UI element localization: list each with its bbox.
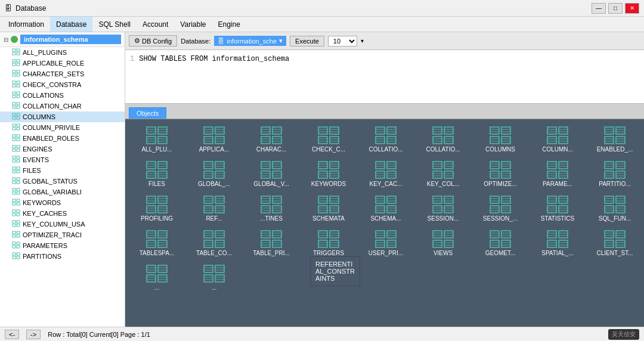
collapse-icon[interactable]: ⊟: [4, 36, 8, 43]
obj-item-25[interactable]: SCHEMATA: [302, 193, 355, 224]
obj-item-40[interactable]: SPATIAL_...: [531, 228, 584, 259]
obj-item-26[interactable]: SCHEMA...: [359, 193, 413, 224]
sidebar-item-optimizertraci[interactable]: OPTIMIZER_TRACI: [0, 230, 125, 240]
svg-rect-16: [13, 92, 16, 94]
sidebar-item-files[interactable]: FILES: [0, 165, 125, 176]
obj-item-36[interactable]: TRIGGERS: [302, 228, 355, 259]
svg-rect-9: [17, 70, 20, 73]
obj-item-4[interactable]: COLLATIO...: [359, 124, 413, 155]
obj-label-2: CHARAC...: [256, 146, 287, 153]
svg-rect-116: [318, 127, 327, 134]
svg-rect-178: [605, 137, 614, 144]
svg-rect-286: [490, 171, 499, 178]
obj-item-19[interactable]: PARTITIO...: [588, 159, 642, 190]
svg-rect-490: [204, 240, 213, 247]
sidebar-item-collationchar[interactable]: COLLATION_CHAR: [0, 101, 125, 111]
sidebar-item-keycolumnusa[interactable]: KEY_COLUMN_USA: [0, 219, 125, 230]
obj-item-5[interactable]: COLLATIO...: [416, 124, 470, 155]
svg-rect-238: [261, 171, 270, 178]
sidebar-item-columnprivile[interactable]: COLUMN_PRIVILE: [0, 122, 125, 133]
menu-database[interactable]: Database: [50, 17, 92, 32]
obj-item-22[interactable]: PROFILING: [130, 193, 184, 224]
obj-item-6[interactable]: COLUMNS: [473, 124, 527, 155]
sidebar-item-columns[interactable]: COLUMNS: [0, 111, 125, 122]
sidebar-item-keycaches[interactable]: KEY_CACHES: [0, 208, 125, 219]
svg-rect-551: [501, 240, 510, 247]
sidebar-item-applicablerole[interactable]: APPLICABLE_ROLE: [0, 58, 125, 69]
obj-item-18[interactable]: PARAME...: [531, 159, 584, 190]
tab-objects[interactable]: Objects: [129, 107, 166, 119]
obj-item-27[interactable]: SESSION...: [416, 193, 470, 224]
nav-next-button[interactable]: ->: [26, 330, 41, 339]
obj-item-2[interactable]: CHARAC...: [244, 124, 298, 155]
sidebar-item-enabledroles[interactable]: ENABLED_ROLES: [0, 133, 125, 144]
obj-item-33[interactable]: TABLESPA...: [130, 228, 184, 259]
obj-item-30[interactable]: SQL_FUN...: [588, 193, 642, 224]
obj-item-14[interactable]: KEYWORDS: [302, 159, 355, 190]
sql-query[interactable]: SHOW TABLES FROM information_schema: [139, 55, 289, 63]
sidebar-item-globalvariabli[interactable]: GLOBAL_VARIABLI: [0, 187, 125, 197]
obj-item-15[interactable]: KEY_CAC...: [359, 159, 413, 190]
maximize-button[interactable]: □: [608, 3, 623, 14]
svg-rect-59: [17, 203, 20, 205]
sidebar-item-partitions[interactable]: PARTITIONS: [0, 251, 125, 262]
obj-item-39[interactable]: GEOMET...: [473, 228, 527, 259]
db-config-button[interactable]: ⚙ DB Config: [129, 35, 177, 46]
svg-rect-47: [17, 170, 20, 173]
obj-item-0[interactable]: ALL_PLU...: [130, 124, 184, 155]
sidebar-item-charactersets[interactable]: CHARACTER_SETS: [0, 69, 125, 79]
minimize-button[interactable]: —: [592, 3, 606, 14]
sidebar-item-parameters[interactable]: PARAMETERS: [0, 240, 125, 251]
svg-rect-167: [559, 137, 568, 144]
obj-item-11[interactable]: FILES: [130, 159, 184, 190]
connection-status-dot: [11, 36, 18, 43]
sidebar-item-checkconstra[interactable]: CHECK_CONSTRA: [0, 79, 125, 90]
svg-rect-0: [13, 49, 16, 51]
sidebar-item-events[interactable]: EVENTS: [0, 154, 125, 165]
schema-name[interactable]: information_schema: [20, 35, 121, 44]
svg-rect-80: [147, 127, 156, 134]
menu-engine[interactable]: Engine: [212, 17, 246, 32]
sidebar-item-collations[interactable]: COLLATIONS: [0, 90, 125, 101]
nav-prev-button[interactable]: <-: [5, 330, 19, 339]
svg-rect-104: [261, 127, 270, 134]
sidebar-item-globalstatus[interactable]: GLOBAL_STATUS: [0, 176, 125, 187]
obj-item-1[interactable]: APPLICA...: [187, 124, 241, 155]
obj-item-38[interactable]: VIEWS: [416, 228, 470, 259]
obj-item-12[interactable]: GLOBAL_...: [187, 159, 241, 190]
obj-item-37[interactable]: USER_PRI...: [359, 228, 413, 259]
menu-account[interactable]: Account: [137, 17, 174, 32]
svg-rect-26: [13, 117, 16, 119]
svg-rect-371: [273, 206, 281, 213]
limit-select[interactable]: 10 25 50 100: [328, 36, 357, 46]
sidebar-item-keywords[interactable]: KEYWORDS: [0, 197, 125, 208]
obj-item-45[interactable]: ...: [187, 262, 241, 293]
svg-rect-574: [605, 240, 614, 247]
obj-item-34[interactable]: TABLE_CO...: [187, 228, 241, 259]
close-button[interactable]: ✕: [625, 3, 639, 14]
obj-item-13[interactable]: GLOBAL_V...: [244, 159, 298, 190]
obj-item-7[interactable]: COLUMN...: [531, 124, 584, 155]
obj-item-41[interactable]: CLIENT_ST...: [588, 228, 642, 259]
obj-item-8[interactable]: ENABLED_...: [588, 124, 642, 155]
obj-item-24[interactable]: ...TINES: [244, 193, 298, 224]
obj-item-29[interactable]: STATISTICS: [531, 193, 584, 224]
obj-label-30: SQL_FUN...: [599, 215, 631, 222]
menu-information[interactable]: Information: [2, 17, 50, 32]
obj-item-35[interactable]: TABLE_PRI...: [244, 228, 298, 259]
sidebar-item-allplugins[interactable]: ALL_PLUGINS: [0, 47, 125, 58]
database-dropdown[interactable]: 🗄 information_sche ▾: [214, 36, 286, 46]
obj-label-44: ...: [154, 284, 159, 291]
obj-item-3[interactable]: CHECK_C...: [302, 124, 355, 155]
obj-item-16[interactable]: KEY_COL...: [416, 159, 470, 190]
svg-rect-34: [13, 138, 16, 141]
sidebar-item-engines[interactable]: ENGINES: [0, 144, 125, 154]
svg-rect-56: [13, 199, 16, 202]
obj-item-17[interactable]: OPTIMIZE...: [473, 159, 527, 190]
obj-item-23[interactable]: REF...: [187, 193, 241, 224]
menu-variable[interactable]: Variable: [174, 17, 212, 32]
obj-item-28[interactable]: SESSION_...: [473, 193, 527, 224]
menu-sql-shell[interactable]: SQL Shell: [92, 17, 137, 32]
execute-button[interactable]: Execute: [290, 36, 324, 46]
obj-item-44[interactable]: ...: [130, 262, 184, 293]
